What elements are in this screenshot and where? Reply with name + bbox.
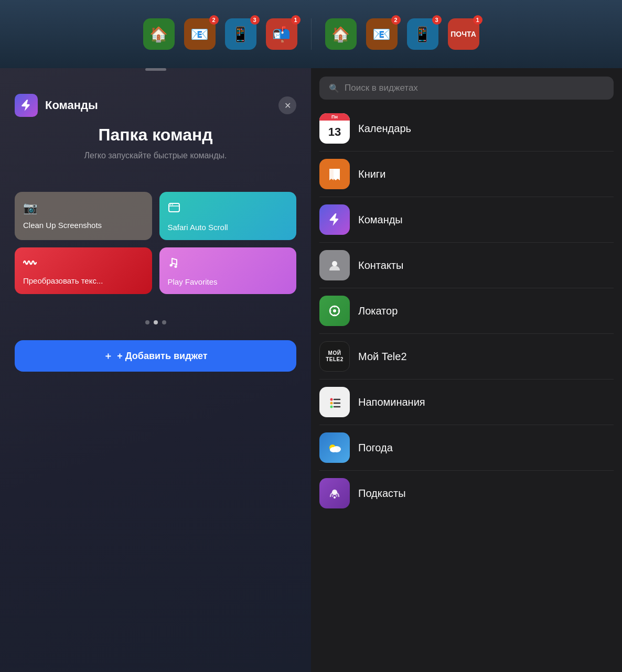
- list-item-contacts[interactable]: Контакты: [319, 243, 614, 288]
- podcasts-label: Подкасты: [358, 487, 406, 500]
- list-item-books[interactable]: Книги: [319, 151, 614, 197]
- shortcuts-grid: 📷 Clean Up Screenshots Safari Auto Scrol…: [0, 192, 311, 294]
- close-button[interactable]: ✕: [278, 96, 296, 114]
- music-icon: [168, 257, 288, 272]
- app-icon-mail: 📧 2: [184, 18, 216, 50]
- weather-icon: [319, 432, 350, 463]
- shortcuts-app-icon: [15, 94, 38, 117]
- svg-point-23: [334, 496, 336, 498]
- svg-point-13: [330, 398, 333, 401]
- widget-title: Команды: [45, 99, 271, 112]
- left-panel: Команды ✕ Папка команд Легко запускайте …: [0, 68, 311, 672]
- shortcuts-list-icon: [319, 204, 350, 235]
- contacts-icon: [319, 250, 350, 280]
- svg-point-15: [330, 402, 333, 405]
- weather-label: Погода: [358, 442, 393, 454]
- right-panel: 🔍 Поиск в виджетах Пн 13 Календарь: [311, 68, 622, 672]
- tele2-icon: МОЙTELE2: [319, 341, 350, 372]
- add-widget-label: + Добавить виджет: [117, 351, 207, 362]
- widget-subtitle: Легко запускайте быстрые команды.: [84, 151, 227, 160]
- badge-mail: 2: [209, 15, 219, 25]
- calendar-day: Пн: [319, 113, 350, 121]
- shortcut-safari-scroll[interactable]: Safari Auto Scroll: [159, 192, 297, 240]
- app-icon-mail2: 📬 1: [266, 18, 297, 50]
- main-content: Команды ✕ Папка команд Легко запускайте …: [0, 68, 622, 672]
- badge-mail3: 2: [391, 15, 401, 25]
- app-icon-home: 🏠: [143, 18, 175, 50]
- app-icon-mail4: ПОЧТА 1: [448, 18, 479, 50]
- app-icon-phone: 📱 3: [225, 18, 256, 50]
- app-icon-home2: 🏠: [325, 18, 357, 50]
- findmy-label: Локатор: [358, 305, 398, 317]
- safari-icon: [168, 201, 288, 217]
- search-placeholder: Поиск в виджетах: [345, 83, 418, 93]
- page-dots: [145, 320, 166, 324]
- svg-point-10: [334, 314, 336, 316]
- badge-phone2: 3: [432, 15, 442, 25]
- svg-point-3: [172, 204, 173, 205]
- waveform-icon: [23, 257, 144, 270]
- svg-point-2: [170, 204, 171, 205]
- dot-3[interactable]: [162, 320, 166, 324]
- shortcuts-list-label: Команды: [358, 214, 403, 226]
- shortcut-label-4: Play Favorites: [168, 277, 288, 287]
- calendar-label: Календарь: [358, 123, 411, 135]
- svg-point-9: [334, 306, 336, 308]
- list-item-findmy[interactable]: Локатор: [319, 288, 614, 334]
- drag-handle[interactable]: [145, 68, 166, 71]
- widget-header: Команды ✕: [0, 81, 311, 125]
- badge-phone: 3: [250, 15, 260, 25]
- shortcut-play-favorites[interactable]: Play Favorites: [159, 247, 297, 295]
- list-item-weather[interactable]: Погода: [319, 425, 614, 471]
- shortcut-label-3: Преобразовать текс...: [23, 276, 144, 286]
- books-label: Книги: [358, 168, 385, 180]
- widget-list: Пн 13 Календарь Книги: [311, 106, 622, 672]
- list-item-calendar[interactable]: Пн 13 Календарь: [319, 106, 614, 151]
- dot-2[interactable]: [154, 320, 158, 324]
- findmy-icon: [319, 296, 350, 326]
- dot-1[interactable]: [145, 320, 149, 324]
- camera-icon: 📷: [23, 201, 144, 215]
- calendar-date: 13: [328, 121, 341, 144]
- list-item-reminders[interactable]: Напоминания: [319, 380, 614, 425]
- reminders-label: Напоминания: [358, 396, 425, 408]
- svg-point-17: [330, 406, 333, 408]
- plus-icon: ＋: [103, 350, 113, 362]
- search-icon: 🔍: [329, 83, 339, 93]
- contacts-label: Контакты: [358, 259, 403, 272]
- svg-point-12: [338, 310, 340, 312]
- svg-point-5: [174, 265, 177, 268]
- calendar-icon: Пн 13: [319, 113, 350, 144]
- shortcut-label-2: Safari Auto Scroll: [168, 222, 288, 233]
- widget-main-title: Папка команд: [98, 125, 212, 145]
- podcasts-icon: [319, 478, 350, 508]
- list-item-podcasts[interactable]: Подкасты: [319, 471, 614, 516]
- list-item-shortcuts[interactable]: Команды: [319, 197, 614, 243]
- badge-mail4: 1: [473, 15, 482, 25]
- list-item-tele2[interactable]: МОЙTELE2 Мой Tele2: [319, 334, 614, 380]
- svg-point-21: [330, 447, 337, 452]
- search-bar-wrap: 🔍 Поиск в виджетах: [311, 68, 622, 106]
- shortcut-convert-text[interactable]: Преобразовать текс...: [15, 247, 152, 295]
- top-bar: 🏠 📧 2 📱 3 📬 1 🏠 📧 2 📱 3 ПОЧТА 1: [0, 0, 622, 68]
- reminders-icon: [319, 387, 350, 417]
- search-bar[interactable]: 🔍 Поиск в виджетах: [319, 77, 614, 100]
- add-widget-button[interactable]: ＋ + Добавить виджет: [15, 340, 296, 372]
- svg-point-4: [169, 264, 172, 266]
- books-icon: [319, 159, 350, 189]
- app-icon-mail3: 📧 2: [366, 18, 398, 50]
- svg-point-8: [333, 309, 336, 312]
- app-icon-phone2: 📱 3: [407, 18, 438, 50]
- shortcut-clean-screenshots[interactable]: 📷 Clean Up Screenshots: [15, 192, 152, 240]
- badge-mail2: 1: [291, 15, 301, 25]
- shortcut-label-1: Clean Up Screenshots: [23, 220, 144, 231]
- svg-point-11: [329, 310, 331, 312]
- tele2-label: Мой Tele2: [358, 351, 407, 363]
- svg-point-6: [332, 261, 337, 266]
